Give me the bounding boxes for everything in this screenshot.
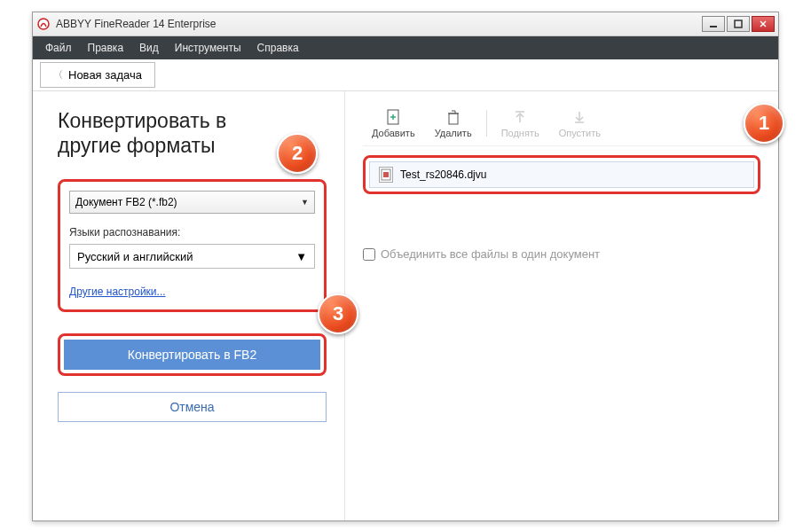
titlebar: ABBYY FineReader 14 Enterprise [33, 12, 778, 36]
delete-button[interactable]: Удалить [426, 105, 481, 142]
annotation-badge-2: 2 [277, 133, 318, 174]
menu-help[interactable]: Справка [250, 38, 306, 58]
merge-label: Объединить все файлы в один документ [381, 247, 600, 261]
app-window: ABBYY FineReader 14 Enterprise Файл Прав… [32, 12, 779, 521]
file-name: Test_rs20846.djvu [400, 168, 486, 181]
toolbar-row: 〈 Новая задача [33, 59, 778, 91]
svg-rect-2 [735, 20, 742, 27]
annotation-badge-3: 3 [318, 293, 358, 334]
separator [486, 110, 487, 137]
svg-rect-6 [383, 172, 389, 177]
trash-icon [445, 108, 461, 126]
format-value: Документ FB2 (*.fb2) [75, 196, 177, 208]
new-task-button[interactable]: 〈 Новая задача [40, 62, 155, 88]
minimize-button[interactable] [702, 16, 725, 32]
settings-block: Документ FB2 (*.fb2) ▼ Языки распознаван… [58, 179, 327, 312]
merge-checkbox[interactable] [363, 248, 375, 261]
lang-value: Русский и английский [77, 250, 193, 263]
annotation-badge-1: 1 [744, 103, 784, 144]
file-list-block: Test_rs20846.djvu [363, 155, 760, 194]
cancel-button[interactable]: Отмена [58, 392, 327, 422]
format-dropdown[interactable]: Документ FB2 (*.fb2) ▼ [69, 191, 315, 214]
convert-block: Конвертировать в FB2 [58, 333, 327, 376]
chevron-down-icon: ▼ [295, 250, 307, 263]
close-button[interactable] [752, 16, 775, 32]
chevron-down-icon: ▼ [301, 198, 309, 207]
maximize-button[interactable] [727, 16, 750, 32]
add-button[interactable]: Добавить [363, 105, 424, 142]
arrow-down-icon [571, 108, 587, 126]
add-file-icon [385, 108, 401, 126]
lang-dropdown[interactable]: Русский и английский ▼ [69, 244, 315, 269]
lang-label: Языки распознавания: [69, 226, 315, 239]
menu-view[interactable]: Вид [132, 38, 166, 58]
menu-tools[interactable]: Инструменты [168, 38, 248, 58]
new-task-label: Новая задача [68, 68, 142, 82]
body-area: Конвертировать в другие форматы Документ… [33, 91, 778, 520]
right-panel: Добавить Удалить Поднять Опустить [345, 91, 778, 520]
merge-checkbox-row: Объединить все файлы в один документ [363, 247, 760, 261]
titlebar-text: ABBYY FineReader 14 Enterprise [56, 18, 702, 30]
chevron-left-icon: 〈 [53, 68, 63, 82]
right-toolbar: Добавить Удалить Поднять Опустить [363, 100, 760, 146]
file-row[interactable]: Test_rs20846.djvu [369, 161, 754, 188]
app-icon [36, 17, 51, 31]
menu-file[interactable]: Файл [38, 38, 79, 58]
menubar: Файл Правка Вид Инструменты Справка [33, 36, 778, 59]
more-settings-link[interactable]: Другие настройки... [69, 286, 166, 298]
move-down-button[interactable]: Опустить [550, 105, 610, 142]
window-controls [702, 16, 775, 32]
svg-rect-4 [449, 113, 458, 124]
menu-edit[interactable]: Правка [81, 38, 131, 58]
move-up-button[interactable]: Поднять [492, 105, 548, 142]
convert-button[interactable]: Конвертировать в FB2 [64, 340, 320, 370]
document-icon [379, 167, 393, 183]
svg-rect-1 [710, 26, 717, 27]
arrow-up-icon [512, 108, 528, 126]
